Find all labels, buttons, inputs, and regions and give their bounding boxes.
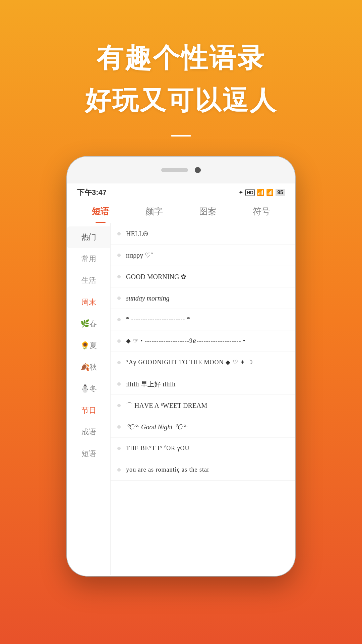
list-text: GOOD MORNING ✿ — [126, 272, 186, 281]
status-time: 下午3:47 — [77, 187, 107, 198]
list-bullet — [117, 425, 121, 429]
sidebar-item-常用[interactable]: 常用 — [67, 248, 110, 270]
list-item[interactable]: GOOD MORNING ✿ — [111, 266, 295, 287]
header-title-2: 好玩又可以逗人 — [0, 83, 362, 118]
list-bullet — [117, 275, 121, 278]
phone-container: 下午3:47 ✦ HD 📶 📶 95 短语 颜字 图案 符号 — [0, 157, 362, 576]
list-bullet — [117, 232, 121, 235]
phone-screen: 下午3:47 ✦ HD 📶 📶 95 短语 颜字 图案 符号 — [67, 183, 295, 576]
sidebar-item-热门[interactable]: 热门 — [67, 226, 110, 248]
list-bullet — [117, 468, 121, 472]
list-bullet — [117, 382, 121, 386]
signal-bars: 📶 — [257, 189, 264, 196]
sidebar-item-冬[interactable]: ⛄冬 — [67, 378, 110, 400]
status-icons: ✦ HD 📶 📶 95 — [238, 189, 285, 196]
list-bullet — [117, 447, 121, 450]
list-item[interactable]: ⌒ HАVE A ˢWEET DREAM — [111, 395, 295, 416]
phone-top-bar — [67, 157, 295, 183]
wifi-icon: 📶 — [266, 189, 274, 196]
list-item[interactable]: * ----------------------- * — [111, 309, 295, 330]
list-bullet — [117, 318, 121, 321]
tab-短语[interactable]: 短语 — [74, 200, 127, 223]
sidebar-item-节日[interactable]: 节日 — [67, 400, 110, 422]
list-text: ℃·°· Good Night ℃·°· — [126, 422, 188, 432]
list-text: ⌒ HАVE A ˢWEET DREAM — [126, 401, 207, 410]
sidebar-item-夏[interactable]: 🌻夏 — [67, 335, 110, 357]
list-text: * ----------------------- * — [126, 315, 190, 324]
sidebar-item-短语[interactable]: 短语 — [67, 443, 110, 465]
list-bullet — [117, 404, 121, 407]
list-bullet — [117, 339, 121, 343]
list-item[interactable]: ◆ ☞ • -------------------9ℯ-------------… — [111, 330, 295, 352]
tab-颜字[interactable]: 颜字 — [127, 200, 181, 223]
phone-camera — [195, 167, 201, 173]
sidebar-item-生活[interactable]: 生活 — [67, 270, 110, 291]
phone-speaker — [161, 168, 188, 172]
list-text: you are as romantiç as the star — [126, 466, 209, 474]
header-title-1: 有趣个性语录 — [0, 40, 362, 76]
list-item[interactable]: sunday morning — [111, 287, 295, 309]
sidebar-item-秋[interactable]: 🍂秋 — [67, 357, 110, 378]
header-divider — [171, 135, 191, 137]
list-text: sunday morning — [126, 293, 169, 303]
list-bullet — [117, 297, 121, 300]
sidebar-item-成语[interactable]: 成语 — [67, 421, 110, 443]
sidebar-item-春[interactable]: 🌿春 — [67, 313, 110, 335]
tab-navigation: 短语 颜字 图案 符号 — [67, 200, 295, 223]
hd-label: HD — [245, 189, 255, 196]
list-bullet — [117, 361, 121, 364]
list-bullet — [117, 254, 121, 257]
battery-icon: 95 — [276, 189, 285, 196]
list-text: нαρρу ♡ˇ — [126, 251, 153, 260]
list-text: ◆ ☞ • -------------------9ℯ-------------… — [126, 337, 245, 345]
phone-mockup: 下午3:47 ✦ HD 📶 📶 95 短语 颜字 图案 符号 — [67, 157, 295, 576]
tab-符号[interactable]: 符号 — [235, 200, 288, 223]
list-item[interactable]: you are as romantiç as the star — [111, 459, 295, 481]
content-area: 热门 常用 生活 周末 🌿春 🌻夏 🍂秋 ⛄冬 节日 成语 短语 — [67, 223, 295, 575]
content-list: HELLΘ нαρρу ♡ˇ GOOD MORNING ✿ sunday mor… — [111, 223, 295, 575]
list-item[interactable]: THE BEˢT Iˢ ᶠOR γOU — [111, 438, 295, 459]
list-item[interactable]: ℃·°· Good Night ℃·°· — [111, 416, 295, 438]
list-item[interactable]: ˢAγ GOODNIGHT TO THE MOON ◆ ♡ ✦ ☽ — [111, 352, 295, 373]
list-text: ˢAγ GOODNIGHT TO THE MOON ◆ ♡ ✦ ☽ — [126, 358, 253, 367]
list-text: THE BEˢT Iˢ ᶠOR γOU — [126, 444, 190, 452]
list-item[interactable]: HELLΘ — [111, 223, 295, 245]
sidebar-item-周末[interactable]: 周末 — [67, 291, 110, 313]
list-item[interactable]: нαρρу ♡ˇ — [111, 245, 295, 266]
tab-图案[interactable]: 图案 — [181, 200, 235, 223]
list-text: ıllıllı 早上好 ıllıllı — [126, 379, 176, 389]
list-text: HELLΘ — [126, 229, 148, 238]
header-section: 有趣个性语录 好玩又可以逗人 — [0, 0, 362, 137]
list-item[interactable]: ıllıllı 早上好 ıllıllı — [111, 373, 295, 395]
status-bar: 下午3:47 ✦ HD 📶 📶 95 — [67, 183, 295, 200]
sidebar: 热门 常用 生活 周末 🌿春 🌻夏 🍂秋 ⛄冬 节日 成语 短语 — [67, 223, 111, 575]
signal-icon: ✦ — [238, 189, 243, 196]
